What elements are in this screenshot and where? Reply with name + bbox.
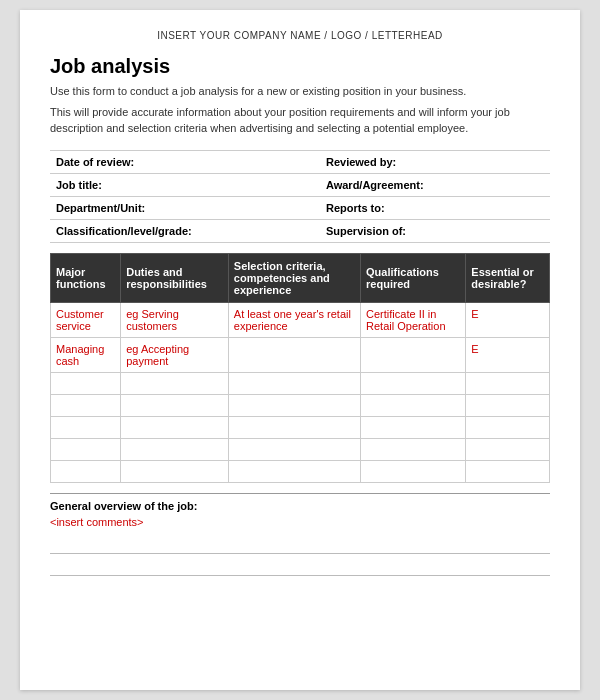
table-cell-2-0 — [51, 373, 121, 395]
table-cell-4-2 — [228, 417, 360, 439]
table-cell-0-4: E — [466, 303, 550, 338]
table-cell-2-1 — [121, 373, 229, 395]
info-value-0-col2 — [435, 151, 550, 174]
page-title: Job analysis — [50, 55, 550, 78]
table-cell-6-4 — [466, 461, 550, 483]
info-row: Classification/level/grade: Supervision … — [50, 220, 550, 243]
table-header-0: Major functions — [51, 254, 121, 303]
table-cell-1-3 — [361, 338, 466, 373]
table-cell-1-0: Managing cash — [51, 338, 121, 373]
table-cell-4-4 — [466, 417, 550, 439]
info-label-2-col2: Reports to: — [320, 197, 435, 220]
table-header-4: Essential or desirable? — [466, 254, 550, 303]
table-cell-3-2 — [228, 395, 360, 417]
info-value-3-col2 — [435, 220, 550, 243]
subtitle-1: Use this form to conduct a job analysis … — [50, 84, 550, 99]
table-cell-5-0 — [51, 439, 121, 461]
info-label-2-col1: Department/Unit: — [50, 197, 205, 220]
table-cell-0-3: Certificate II in Retail Operation — [361, 303, 466, 338]
table-cell-0-1: eg Serving customers — [121, 303, 229, 338]
table-cell-6-2 — [228, 461, 360, 483]
info-row: Date of review: Reviewed by: — [50, 151, 550, 174]
table-row — [51, 417, 550, 439]
info-label-3-col1: Classification/level/grade: — [50, 220, 205, 243]
general-overview-label: General overview of the job: — [50, 493, 550, 512]
table-header-1: Duties and responsibilities — [121, 254, 229, 303]
table-cell-3-4 — [466, 395, 550, 417]
info-value-1-col2 — [435, 174, 550, 197]
table-cell-2-4 — [466, 373, 550, 395]
info-value-0-col1 — [205, 151, 320, 174]
info-label-0-col2: Reviewed by: — [320, 151, 435, 174]
table-cell-2-2 — [228, 373, 360, 395]
table-header-2: Selection criteria, competencies and exp… — [228, 254, 360, 303]
blank-line-1 — [50, 536, 550, 554]
table-cell-0-0: Customer service — [51, 303, 121, 338]
table-cell-3-1 — [121, 395, 229, 417]
table-cell-5-1 — [121, 439, 229, 461]
main-table: Major functionsDuties and responsibiliti… — [50, 253, 550, 483]
general-overview: General overview of the job: <insert com… — [50, 493, 550, 576]
table-cell-1-1: eg Accepting payment — [121, 338, 229, 373]
table-cell-6-1 — [121, 461, 229, 483]
table-cell-5-4 — [466, 439, 550, 461]
table-cell-1-2 — [228, 338, 360, 373]
table-row — [51, 461, 550, 483]
info-label-1-col1: Job title: — [50, 174, 205, 197]
table-cell-4-0 — [51, 417, 121, 439]
table-row — [51, 373, 550, 395]
info-row: Department/Unit: Reports to: — [50, 197, 550, 220]
info-value-2-col1 — [205, 197, 320, 220]
info-label-3-col2: Supervision of: — [320, 220, 435, 243]
table-cell-1-4: E — [466, 338, 550, 373]
table-cell-3-3 — [361, 395, 466, 417]
table-cell-2-3 — [361, 373, 466, 395]
table-cell-6-3 — [361, 461, 466, 483]
info-label-0-col1: Date of review: — [50, 151, 205, 174]
general-overview-comment: <insert comments> — [50, 516, 550, 528]
info-label-1-col2: Award/Agreement: — [320, 174, 435, 197]
table-cell-5-3 — [361, 439, 466, 461]
table-row: Customer serviceeg Serving customersAt l… — [51, 303, 550, 338]
letterhead: INSERT YOUR COMPANY NAME / LOGO / LETTER… — [50, 30, 550, 41]
info-row: Job title: Award/Agreement: — [50, 174, 550, 197]
table-row — [51, 439, 550, 461]
table-cell-0-2: At least one year's retail experience — [228, 303, 360, 338]
table-cell-4-1 — [121, 417, 229, 439]
table-cell-5-2 — [228, 439, 360, 461]
table-row — [51, 395, 550, 417]
info-value-3-col1 — [205, 220, 320, 243]
table-cell-6-0 — [51, 461, 121, 483]
subtitle-2: This will provide accurate information a… — [50, 105, 550, 136]
info-value-2-col2 — [435, 197, 550, 220]
table-cell-3-0 — [51, 395, 121, 417]
table-row: Managing casheg Accepting paymentE — [51, 338, 550, 373]
blank-line-2 — [50, 558, 550, 576]
info-table: Date of review: Reviewed by: Job title: … — [50, 150, 550, 243]
table-cell-4-3 — [361, 417, 466, 439]
table-header-3: Qualifications required — [361, 254, 466, 303]
info-value-1-col1 — [205, 174, 320, 197]
page: INSERT YOUR COMPANY NAME / LOGO / LETTER… — [20, 10, 580, 690]
